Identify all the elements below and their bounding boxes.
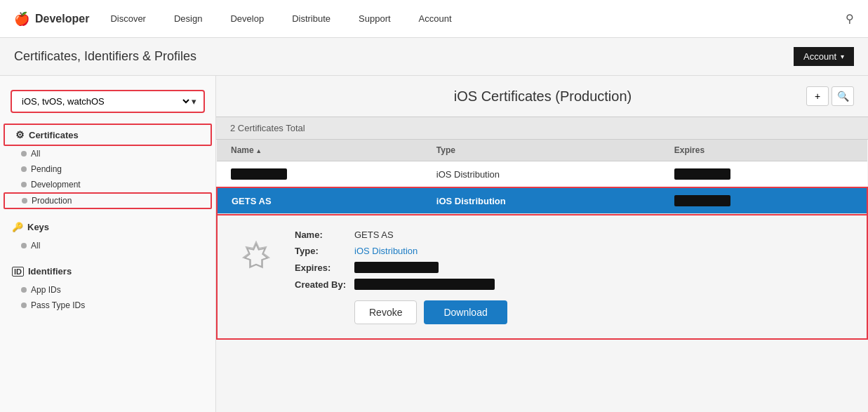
platform-selector[interactable]: iOS, tvOS, watchOS macOS tvOS watchOS ▾ — [11, 90, 205, 113]
detail-expires-row: Expires: — [295, 262, 853, 273]
dot-icon — [21, 303, 27, 308]
redacted-expires — [674, 168, 730, 180]
dot-icon — [21, 243, 27, 248]
download-button[interactable]: Download — [424, 300, 507, 324]
table-row-selected[interactable]: GETS AS iOS Distribution — [217, 187, 867, 214]
sidebar-certificates-label: Certificates — [29, 130, 79, 140]
cert-name-cell — [217, 161, 422, 188]
detail-name-label: Name: — [295, 230, 354, 240]
chevron-down-icon: ▾ — [192, 96, 196, 107]
cert-expires-selected-cell — [660, 187, 867, 214]
search-icon[interactable]: ⚲ — [846, 12, 854, 25]
col-type[interactable]: Type — [422, 140, 660, 161]
cert-name-selected-cell: GETS AS — [217, 187, 422, 214]
nav-develop[interactable]: Develop — [230, 13, 264, 24]
dot-icon — [22, 198, 27, 204]
table-info: 2 Certificates Total — [216, 117, 868, 140]
search-button[interactable]: 🔍 — [832, 86, 854, 106]
apple-logo-icon: 🍎 — [14, 11, 29, 27]
detail-expires-redacted — [354, 262, 439, 273]
top-nav-links: Discover Design Develop Distribute Suppo… — [110, 13, 846, 24]
chevron-down-icon: ▾ — [841, 53, 844, 60]
sidebar: iOS, tvOS, watchOS macOS tvOS watchOS ▾ … — [0, 76, 216, 412]
nav-discover[interactable]: Discover — [110, 13, 146, 24]
certificates-section: ⚙ Certificates All Pending Development P… — [0, 124, 215, 209]
page-title: Certificates, Identifiers & Profiles — [14, 49, 196, 64]
detail-info: Name: GETS AS Type: iOS Distribution Exp… — [295, 230, 853, 324]
key-icon: 🔑 — [12, 222, 23, 232]
total-certs-label: 2 Certificates Total — [230, 123, 305, 133]
sidebar-item-production[interactable]: Production — [4, 192, 212, 209]
table-row[interactable]: iOS Distribution — [217, 161, 867, 188]
detail-actions: Revoke Download — [295, 300, 853, 324]
developer-label: Developer — [35, 13, 89, 25]
detail-name-row: Name: GETS AS — [295, 230, 853, 240]
detail-type-value: iOS Distribution — [354, 246, 418, 256]
header-buttons: + 🔍 — [806, 86, 854, 106]
sidebar-item-all-certs[interactable]: All — [0, 146, 215, 161]
detail-name-value: GETS AS — [354, 230, 394, 240]
col-expires[interactable]: Expires — [660, 140, 867, 161]
dot-icon — [21, 151, 27, 157]
detail-type-row: Type: iOS Distribution — [295, 246, 853, 256]
add-button[interactable]: + — [806, 86, 829, 106]
id-icon: ID — [12, 267, 24, 277]
detail-created-label: Created By: — [295, 279, 354, 290]
sidebar-identifiers-label: Identifiers — [28, 266, 72, 277]
nav-design[interactable]: Design — [174, 13, 202, 24]
cert-type-cell: iOS Distribution — [422, 161, 660, 188]
cert-expires-cell — [660, 161, 867, 188]
dot-icon — [21, 287, 27, 293]
detail-type-label: Type: — [295, 246, 354, 256]
sidebar-item-pass-type-ids[interactable]: Pass Type IDs — [0, 298, 215, 313]
content-title: iOS Certificates (Production) — [279, 88, 806, 105]
cert-type-selected-cell: iOS Distribution — [422, 187, 660, 214]
detail-panel: Name: GETS AS Type: iOS Distribution Exp… — [216, 214, 868, 340]
nav-support[interactable]: Support — [359, 13, 391, 24]
platform-dropdown[interactable]: iOS, tvOS, watchOS macOS tvOS watchOS — [19, 95, 192, 107]
detail-expires-label: Expires: — [295, 263, 354, 273]
keys-section: 🔑 Keys All — [0, 216, 215, 253]
certificates-table: Name Type Expires iOS Distribution — [216, 140, 868, 214]
sidebar-item-pending[interactable]: Pending — [0, 161, 215, 177]
col-name[interactable]: Name — [217, 140, 422, 161]
sidebar-keys-label: Keys — [27, 222, 49, 232]
sidebar-item-development[interactable]: Development — [0, 177, 215, 192]
sidebar-certificates-header[interactable]: ⚙ Certificates — [4, 124, 212, 146]
content-header: iOS Certificates (Production) + 🔍 — [216, 76, 868, 117]
nav-account[interactable]: Account — [419, 13, 452, 24]
certificate-icon — [232, 237, 281, 286]
identifiers-section: ID Identifiers App IDs Pass Type IDs — [0, 260, 215, 313]
redacted-name — [231, 168, 287, 180]
table-header-row: Name Type Expires — [217, 140, 867, 161]
revoke-button[interactable]: Revoke — [354, 300, 417, 324]
redacted-expires-selected — [674, 195, 730, 206]
nav-distribute[interactable]: Distribute — [292, 13, 330, 24]
gear-icon: ⚙ — [15, 129, 25, 140]
sidebar-item-app-ids[interactable]: App IDs — [0, 282, 215, 298]
account-button[interactable]: Account ▾ — [794, 47, 854, 66]
sidebar-item-keys-all[interactable]: All — [0, 238, 215, 253]
detail-created-row: Created By: — [295, 279, 853, 290]
sidebar-keys-header[interactable]: 🔑 Keys — [0, 216, 215, 238]
detail-created-redacted — [354, 279, 495, 290]
dot-icon — [21, 166, 27, 172]
dot-icon — [21, 182, 27, 187]
sidebar-identifiers-header[interactable]: ID Identifiers — [0, 260, 215, 282]
content-area: iOS Certificates (Production) + 🔍 2 Cert… — [216, 76, 868, 412]
